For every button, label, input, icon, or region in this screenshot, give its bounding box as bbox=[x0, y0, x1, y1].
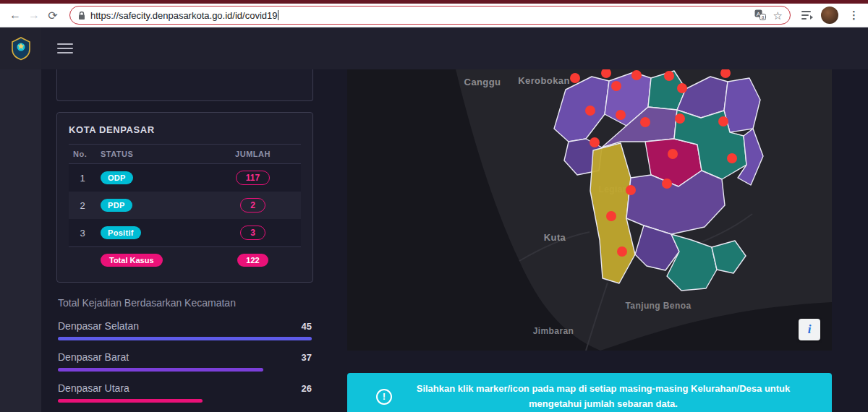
row-number: 2 bbox=[69, 192, 96, 219]
kecamatan-label: Denpasar Utara bbox=[58, 382, 129, 394]
total-value-badge: 122 bbox=[237, 254, 268, 267]
stats-card-title: KOTA DENPASAR bbox=[69, 124, 301, 135]
alert-text: Silahkan klik marker/icon pada map di se… bbox=[404, 382, 803, 412]
count-badge: 2 bbox=[240, 198, 265, 213]
map-place-label: Kerobokan bbox=[518, 75, 570, 86]
svg-text:a: a bbox=[761, 14, 764, 20]
app-sidebar bbox=[0, 27, 41, 412]
row-status: Positif bbox=[96, 219, 205, 247]
row-status: PDP bbox=[96, 192, 205, 219]
kecamatan-bar bbox=[58, 399, 203, 403]
kecamatan-bar bbox=[58, 337, 312, 340]
alert-info-icon: ! bbox=[376, 389, 392, 405]
text-caret bbox=[278, 10, 278, 20]
row-count: 3 bbox=[205, 219, 301, 247]
case-marker[interactable] bbox=[727, 153, 737, 163]
total-label-badge: Total Kasus bbox=[101, 254, 163, 267]
kecamatan-item: Denpasar Barat37 bbox=[58, 351, 312, 372]
stats-card: KOTA DENPASAR No. STATUS JUMLAH 1ODP1172… bbox=[56, 112, 313, 283]
city-logo[interactable] bbox=[0, 27, 41, 69]
map-place-label: Tanjung Benoa bbox=[626, 301, 692, 311]
status-badge: PDP bbox=[101, 199, 132, 212]
case-marker[interactable] bbox=[585, 106, 595, 116]
browser-chrome: ← → ⟳ https://safecity.denpasarkota.go.i… bbox=[0, 0, 868, 27]
back-icon[interactable]: ← bbox=[6, 6, 25, 25]
reload-icon[interactable]: ⟳ bbox=[43, 6, 62, 25]
case-marker[interactable] bbox=[626, 185, 636, 195]
kecamatan-bar-list: Denpasar Selatan45Denpasar Barat37Denpas… bbox=[56, 320, 313, 412]
map-place-label: Kuta bbox=[544, 232, 566, 243]
app-topbar bbox=[41, 27, 868, 69]
url-bar[interactable]: https://safecity.denpasarkota.go.id/id/c… bbox=[69, 6, 791, 25]
stats-row: 3Positif3 bbox=[69, 219, 301, 247]
scrolled-card bbox=[56, 69, 313, 101]
translate-icon[interactable]: A a bbox=[754, 9, 766, 21]
info-alert: ! Silahkan klik marker/icon pada map di … bbox=[347, 373, 832, 412]
row-number: 3 bbox=[69, 219, 96, 247]
lock-icon bbox=[77, 11, 86, 20]
profile-avatar[interactable] bbox=[821, 7, 838, 24]
col-header-no: No. bbox=[69, 145, 96, 164]
kecamatan-value: 45 bbox=[302, 321, 312, 332]
kecamatan-value: 37 bbox=[302, 352, 312, 363]
kecamatan-item: Denpasar Utara26 bbox=[58, 382, 312, 403]
col-header-status: STATUS bbox=[96, 145, 205, 164]
map-info-button[interactable]: i bbox=[799, 319, 820, 340]
kecamatan-bar bbox=[58, 368, 263, 372]
row-count: 2 bbox=[205, 192, 301, 219]
map-place-label: Jimbaran bbox=[533, 326, 574, 336]
row-status: ODP bbox=[96, 164, 205, 192]
case-marker[interactable] bbox=[668, 149, 678, 159]
reading-list-icon[interactable] bbox=[801, 10, 814, 20]
status-badge: ODP bbox=[101, 171, 133, 184]
status-badge: Positif bbox=[101, 226, 141, 239]
kecamatan-value: 26 bbox=[302, 383, 312, 394]
case-marker[interactable] bbox=[617, 246, 627, 257]
kecamatan-section-title: Total Kejadian Berdasarkan Kecamatan bbox=[58, 297, 312, 309]
stats-row: 2PDP2 bbox=[69, 192, 301, 219]
url-text: https://safecity.denpasarkota.go.id/id/c… bbox=[90, 10, 277, 21]
kecamatan-label: Denpasar Selatan bbox=[58, 320, 139, 332]
case-marker[interactable] bbox=[677, 83, 687, 93]
case-marker[interactable] bbox=[631, 70, 642, 80]
case-marker[interactable] bbox=[606, 211, 616, 221]
col-header-jumlah: JUMLAH bbox=[205, 145, 301, 164]
case-marker[interactable] bbox=[640, 117, 650, 127]
row-number: 1 bbox=[69, 164, 96, 192]
case-marker[interactable] bbox=[664, 71, 674, 81]
case-marker[interactable] bbox=[570, 73, 580, 83]
kecamatan-label: Denpasar Barat bbox=[58, 351, 129, 363]
case-marker[interactable] bbox=[590, 137, 600, 147]
row-count: 117 bbox=[205, 164, 301, 192]
count-badge: 3 bbox=[240, 226, 265, 240]
covid-map[interactable]: CangguKerobokanLegianKutaTanjung BenoaJi… bbox=[347, 69, 832, 351]
total-row: Total Kasus 122 bbox=[69, 247, 301, 274]
bookmark-star-icon[interactable]: ☆ bbox=[773, 10, 783, 21]
browser-menu-icon[interactable]: ⋮ bbox=[846, 9, 862, 22]
case-marker[interactable] bbox=[675, 113, 685, 124]
hamburger-menu-icon[interactable] bbox=[57, 40, 73, 56]
page: KOTA DENPASAR No. STATUS JUMLAH 1ODP1172… bbox=[0, 27, 868, 412]
case-marker[interactable] bbox=[662, 179, 672, 189]
case-marker[interactable] bbox=[616, 110, 626, 120]
count-badge: 117 bbox=[236, 171, 270, 185]
forward-icon[interactable]: → bbox=[25, 6, 43, 25]
stats-row: 1ODP117 bbox=[69, 164, 301, 192]
browser-toolbar: ← → ⟳ https://safecity.denpasarkota.go.i… bbox=[0, 4, 868, 27]
case-marker[interactable] bbox=[611, 81, 621, 91]
map-place-label: Canggu bbox=[464, 77, 501, 87]
stats-table: No. STATUS JUMLAH 1ODP1172PDP23Positif3 … bbox=[69, 144, 301, 273]
case-marker[interactable] bbox=[718, 116, 728, 126]
kecamatan-item: Denpasar Selatan45 bbox=[58, 320, 312, 340]
